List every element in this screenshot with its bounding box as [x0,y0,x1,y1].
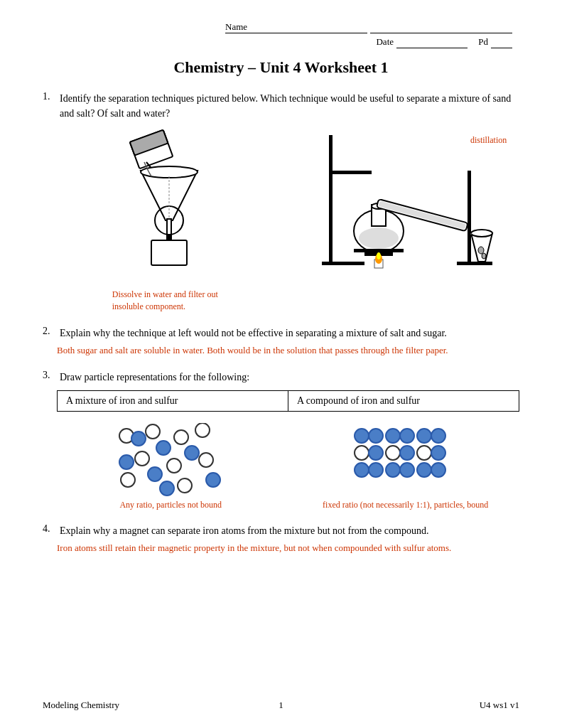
svg-point-58 [417,446,431,460]
pd-blank [491,36,512,48]
svg-point-56 [386,446,400,460]
table-header-mixture: A mixture of iron and sulfur [58,391,288,412]
q4-text: Explain why a magnet can separate iron a… [60,523,428,538]
svg-point-48 [355,429,369,443]
table-header-row: A mixture of iron and sulfur A compound … [58,391,519,412]
name-label: Name [225,21,367,33]
svg-point-35 [195,423,210,437]
svg-rect-13 [329,171,372,174]
table-header-compound: A compound of iron and sulfur [288,391,519,412]
svg-point-46 [206,473,220,487]
q1-left: Dissolve in water and filter out insolub… [57,128,281,313]
mixture-col: Any ratio, particles not bound [57,417,285,510]
q4-answer: Iron atoms still retain their magnetic p… [57,541,519,555]
svg-point-41 [131,432,146,446]
mixture-label: Any ratio, particles not bound [119,500,222,510]
funnel-diagram [105,128,233,284]
particle-row: Any ratio, particles not bound [57,417,519,510]
compound-col: fixed ratio (not necessarily 1:1), parti… [292,417,520,510]
header: Name Date Pd [43,21,519,48]
footer-right: U4 ws1 v1 [480,700,519,711]
svg-point-57 [400,446,414,460]
page-title: Chemistry – Unit 4 Worksheet 1 [43,58,519,77]
svg-point-62 [386,463,400,477]
q1-content: Dissolve in water and filter out insolub… [57,128,519,313]
compound-label: fixed ratio (not necessarily 1:1), parti… [323,500,488,510]
svg-point-42 [156,441,171,455]
date-blank [396,36,468,48]
svg-point-28 [471,230,492,237]
q2-num: 2. [43,326,55,341]
name-blank [370,21,512,33]
distill-svg [315,128,499,284]
q3-num: 3. [43,370,55,385]
page: Name Date Pd Chemistry – Unit 4 Workshee… [0,0,562,728]
footer-center: 1 [279,700,283,711]
svg-rect-14 [468,171,471,263]
svg-point-33 [146,424,160,439]
pd-label: Pd [478,36,488,47]
svg-rect-15 [457,262,492,265]
svg-point-59 [431,446,445,460]
svg-point-65 [431,463,445,477]
question-4: 4. Explain why a magnet can separate iro… [43,523,519,555]
name-line: Name [222,21,512,33]
mixture-svg [114,423,227,498]
question-2: 2. Explain why the technique at left wou… [43,326,519,358]
svg-point-40 [178,478,192,493]
svg-point-64 [417,463,431,477]
q2-answer: Both sugar and salt are soluble in water… [57,343,519,358]
svg-point-36 [135,451,149,466]
svg-point-61 [369,463,383,477]
svg-point-63 [400,463,414,477]
q2-text: Explain why the technique at left would … [60,326,447,341]
question-1: 1. Identify the separation techniques pi… [43,91,519,313]
svg-rect-11 [329,135,333,263]
compound-svg [349,423,463,498]
mixture-circles [114,423,227,494]
date-label: Date [376,36,394,47]
svg-point-49 [369,429,383,443]
footer-left: Modeling Chemistry [43,700,119,711]
compound-circles [349,423,463,494]
svg-rect-12 [322,262,364,265]
particle-table: A mixture of iron and sulfur A compound … [57,390,519,412]
svg-point-37 [167,459,181,473]
q4-num: 4. [43,523,55,538]
funnel-answer: Dissolve in water and filter out insolub… [112,289,226,313]
distill-diagram: distillation [315,128,499,284]
svg-rect-20 [354,249,404,252]
svg-point-29 [478,247,484,254]
svg-point-54 [355,446,369,460]
q1-num: 1. [43,91,55,121]
svg-point-44 [119,455,134,469]
svg-point-39 [121,473,135,487]
q3-text: Draw particle representations for the fo… [60,370,249,385]
svg-point-47 [160,481,174,496]
funnel-svg [105,128,233,284]
svg-point-19 [359,228,399,249]
svg-point-51 [400,429,414,443]
svg-point-38 [199,453,213,467]
svg-point-43 [185,446,199,460]
question-3: 3. Draw particle representations for the… [43,370,519,510]
distill-answer: distillation [470,135,507,146]
svg-point-45 [148,467,162,481]
q1-right: distillation [296,128,520,313]
svg-point-34 [174,430,188,444]
svg-point-30 [482,253,486,259]
svg-point-50 [386,429,400,443]
date-pd-line: Date Pd [376,36,512,48]
q1-text: Identify the separation techniques pictu… [60,91,519,121]
svg-point-55 [369,446,383,460]
svg-point-52 [417,429,431,443]
svg-point-24 [377,252,381,259]
svg-point-53 [431,429,445,443]
svg-point-60 [355,463,369,477]
svg-rect-9 [151,240,187,265]
